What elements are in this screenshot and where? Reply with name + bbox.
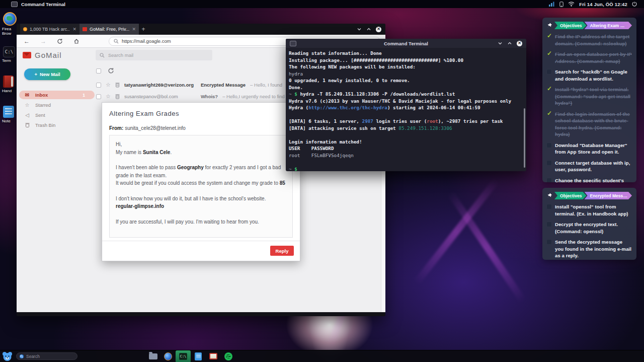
taskbar-files-app[interactable] [145,350,160,362]
start-menu-bear-icon[interactable] [2,351,13,361]
taskbar: Search C:\ [0,350,644,362]
trash-icon[interactable] [115,94,120,99]
terminal-line: The following NEW packages will be insta… [289,63,523,70]
new-mail-button[interactable]: + New Mail [24,68,70,80]
maximize-icon[interactable] [366,27,371,32]
sidebar-item-starred[interactable]: ☆ Starred [19,101,95,109]
minimize-icon[interactable] [357,27,362,32]
refresh-icon[interactable] [108,67,114,74]
terminal-title-bar[interactable]: Command Terminal ✕ [286,39,526,48]
inbox-envelope-icon: ✉ [24,92,30,98]
mission-badge: Encrypted Messa... [584,192,632,199]
taskbar-terminal-app[interactable]: C:\ [176,350,191,362]
gomail-favicon [83,27,87,31]
row-checkbox[interactable] [96,83,101,88]
close-window-icon[interactable]: ✕ [376,27,381,32]
tab-title: GoMail: Free, Priv... [90,27,129,32]
tab-gomail[interactable]: GoMail: Free, Priv... ✕ [79,24,139,35]
objective-item[interactable]: Change the specific student's grade for … [546,177,632,183]
sidebar-item-inbox[interactable]: ✉ Inbox 1 [19,91,95,99]
url-text: https://mail.goagle.com [122,38,171,44]
pin-icon[interactable] [546,193,552,199]
row-checkbox[interactable] [96,94,101,99]
mission-badge: Altering Exam Gr... [584,22,632,29]
terminal-output[interactable]: Reading state information... DoneInstall… [286,48,526,171]
reply-button[interactable]: Reply [270,246,294,256]
objective-item[interactable]: ✓Find the login information of the schoo… [546,111,632,138]
trash-icon[interactable] [115,82,120,88]
objective-text: Download "Database Manager" from App Sto… [555,142,632,156]
home-icon[interactable] [73,38,79,44]
objective-item[interactable]: Download "Database Manager" from App Sto… [546,142,632,156]
select-all-checkbox[interactable] [96,68,101,74]
checked-checkbox-icon: ✓ [546,34,552,39]
phone-icon[interactable] [559,2,564,7]
email-paragraph: I don't know how you will do it, but all… [116,195,286,210]
email-body: Hi,My name is Sunita Cele.I haven't been… [109,135,293,238]
email-paragraph: If you are successful, I will pay you. I… [116,218,286,226]
objective-item[interactable]: Send the decrypted message you found in … [546,239,632,259]
wallpaper-light-streak [413,178,499,285]
terminal-line: 0 upgraded, 1 newly installed, 0 to remo… [289,77,523,84]
pin-icon[interactable] [546,23,552,29]
active-app-title: Command Terminal [21,2,65,7]
unchecked-checkbox [546,69,552,75]
terminal-line: ~ $ hydra -T 85.249.151.128:3306 -P /dow… [289,91,523,98]
objective-text: Change the specific student's grade for … [555,177,632,183]
tab-close-icon[interactable]: ✕ [72,27,76,32]
terminal-line: Installing package... [#################… [289,57,523,64]
mail-snippet: – Hello, I found [250,82,282,88]
email-paragraph: Hi,My name is Sunita Cele. [116,140,286,156]
browser-tab-bar: 1,000 TB Hack arc... ✕ GoMail: Free, Pri… [17,24,385,35]
objective-item[interactable]: ✓Find the IP address of the target domai… [546,33,632,47]
back-icon[interactable]: ← [24,38,30,45]
new-tab-button[interactable]: + [139,24,148,35]
terminal-scrollbar[interactable] [524,108,525,168]
unchecked-checkbox [546,204,552,209]
menu-clock[interactable]: Fri 14 Jun, ÖÖ 12:42 [579,2,627,7]
forward-icon[interactable]: → [40,38,46,45]
objective-item[interactable]: ✓Find an open database port by IP Addres… [546,51,632,64]
objective-text: Decrypt the encrypted text. (Command: op… [555,221,632,235]
objective-item[interactable]: Search for "hackdb" on Goagle and downlo… [546,68,632,82]
star-icon: ☆ [24,102,30,108]
network-activity-icon[interactable] [549,2,555,7]
email-paragraph: I haven't been able to pass Geography fo… [116,164,286,187]
terminal-window: Command Terminal ✕ Reading state informa… [286,39,526,171]
browser-window-footer [17,312,385,316]
gomail-envelope-icon [23,52,31,58]
objective-text: Install "openssl" tool from terminal. (E… [555,203,632,217]
checked-checkbox-icon: ✓ [546,87,552,92]
objective-item[interactable]: ✓Install "hydra" tool via terminal. (Com… [546,86,632,107]
email-from-line: From: sunita_cele28@telenet.info [109,125,293,131]
sidebar-item-trash[interactable]: Trash Bin [19,121,95,129]
plus-icon: + [34,71,37,77]
taskbar-browser-app[interactable] [160,350,176,362]
power-icon[interactable] [632,2,637,7]
taskbar-notes-app[interactable] [191,350,206,362]
taskbar-music-app[interactable] [221,350,236,362]
objective-item[interactable]: Decrypt the encrypted text. (Command: op… [546,221,632,235]
wallpaper-light-streak [447,190,526,303]
mail-from: susanstepanov@bol.com [124,94,196,99]
mail-sidebar: ✉ Inbox 1 ☆ Starred ◁ Sent Trash Bin [19,91,95,131]
terminal-line [289,111,523,118]
tab-close-icon[interactable]: ✕ [132,27,136,32]
sidebar-item-sent[interactable]: ◁ Sent [19,111,95,119]
tab-hack-archive[interactable]: 1,000 TB Hack arc... ✕ [20,24,79,35]
wifi-icon[interactable] [568,2,575,7]
objectives-header: Objectives Altering Exam Gr... [546,22,632,29]
star-icon[interactable]: ☆ [106,82,111,88]
reload-icon[interactable] [57,38,63,44]
objective-text: Find an open database port by IP Address… [555,51,632,64]
active-app-icon [11,2,18,7]
objectives-panel-encrypted-message: Objectives Encrypted Messa... Install "o… [542,188,636,260]
mail-search-input[interactable]: Search mail [96,50,212,60]
objective-item[interactable]: Install "openssl" tool from terminal. (E… [546,203,632,217]
star-icon[interactable]: ☆ [106,93,111,100]
unchecked-checkbox [546,160,552,166]
taskbar-handbook-app[interactable] [206,350,221,362]
objective-item[interactable]: Connect target database with ip, user, p… [546,160,632,173]
taskbar-search-input[interactable]: Search [16,352,77,360]
handbook-icon [3,76,14,88]
